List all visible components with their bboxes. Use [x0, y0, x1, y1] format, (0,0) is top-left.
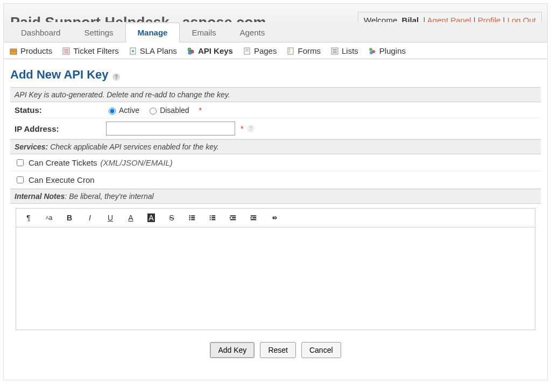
list-icon — [330, 47, 339, 55]
page-title: Add New API Key ? — [10, 68, 541, 82]
svg-rect-41 — [232, 217, 236, 218]
status-label: Status: — [15, 105, 106, 115]
svg-rect-14 — [288, 48, 293, 54]
svg-marker-47 — [250, 217, 252, 219]
key-icon — [187, 47, 195, 55]
svg-rect-29 — [191, 216, 195, 217]
svg-rect-35 — [211, 217, 215, 218]
status-active-option[interactable]: Active — [106, 106, 139, 115]
service-can-create: Can Create Tickets (XML/JSON/EMAIL) — [10, 154, 541, 172]
svg-rect-33 — [191, 219, 195, 220]
service-can-cron: Can Execute Cron — [10, 172, 541, 189]
font-icon[interactable]: Aa — [44, 213, 54, 223]
svg-rect-36 — [211, 219, 215, 220]
notes-editor: ¶ Aa B I U A A S — [16, 208, 535, 330]
box-icon — [9, 47, 18, 55]
editor-toolbar: ¶ Aa B I U A A S — [16, 209, 535, 227]
underline-icon[interactable]: U — [105, 213, 115, 223]
svg-rect-0 — [10, 49, 17, 54]
subnav-api-keys[interactable]: API Keys — [187, 46, 233, 55]
subnav-ticket-filters[interactable]: Ticket Filters — [62, 46, 118, 55]
tab-agents[interactable]: Agents — [228, 23, 277, 42]
cancel-button[interactable]: Cancel — [301, 342, 341, 358]
outdent-icon[interactable] — [228, 213, 238, 223]
svg-rect-44 — [251, 216, 257, 217]
svg-rect-46 — [251, 219, 257, 220]
notes-textarea[interactable] — [16, 227, 535, 330]
svg-rect-37 — [210, 216, 211, 217]
bold-icon[interactable]: B — [65, 213, 74, 223]
svg-rect-15 — [289, 49, 290, 50]
plugin-icon — [368, 47, 377, 55]
banner-autogen: API Key is auto-generated. Delete and re… — [10, 87, 541, 102]
ip-label: IP Address: — [15, 124, 106, 133]
required-marker: * — [241, 124, 243, 133]
svg-point-28 — [189, 215, 190, 216]
paragraph-icon[interactable]: ¶ — [24, 213, 33, 223]
subnav-sla-plans[interactable]: SLA Plans — [129, 46, 177, 55]
filter-icon — [62, 47, 70, 55]
ol-icon[interactable] — [208, 213, 217, 223]
svg-text:?: ? — [115, 74, 118, 80]
highlight-icon[interactable]: A — [146, 213, 156, 223]
row-ip: IP Address: * ? — [10, 118, 541, 139]
button-row: Add Key Reset Cancel — [10, 342, 541, 358]
subnav-pages[interactable]: Pages — [243, 46, 277, 55]
subnav-lists[interactable]: Lists — [330, 46, 358, 55]
strike-icon[interactable]: S — [167, 213, 176, 223]
tab-manage[interactable]: Manage — [125, 23, 180, 42]
subnav-plugins[interactable]: Plugins — [368, 46, 406, 55]
help-icon[interactable]: ? — [246, 124, 255, 133]
content: Add New API Key ? API Key is auto-genera… — [4, 59, 547, 364]
tab-settings[interactable]: Settings — [72, 23, 125, 42]
svg-rect-42 — [230, 219, 236, 220]
service-can-cron-checkbox[interactable] — [17, 176, 24, 183]
required-marker: * — [199, 106, 202, 115]
svg-rect-38 — [210, 217, 211, 218]
notes-header: Internal Notes: Be liberal, they're inte… — [10, 189, 541, 204]
reset-button[interactable]: Reset — [260, 342, 296, 358]
service-can-create-checkbox[interactable] — [17, 159, 24, 166]
subnav-products[interactable]: Products — [9, 46, 52, 55]
subnav: Products Ticket Filters SLA Plans API Ke… — [4, 42, 547, 59]
svg-rect-45 — [252, 217, 256, 218]
doc-icon — [129, 47, 137, 55]
status-disabled-option[interactable]: Disabled — [147, 106, 189, 115]
tab-emails[interactable]: Emails — [180, 23, 228, 42]
add-key-button[interactable]: Add Key — [210, 342, 255, 358]
svg-text:?: ? — [250, 126, 253, 132]
svg-rect-40 — [230, 216, 236, 217]
form-icon — [286, 47, 295, 55]
svg-rect-16 — [289, 51, 290, 52]
svg-point-21 — [369, 48, 372, 51]
svg-rect-34 — [211, 216, 215, 217]
page-icon — [243, 47, 251, 55]
textcolor-icon[interactable]: A — [126, 213, 136, 223]
status-active-radio[interactable] — [109, 108, 116, 115]
svg-point-7 — [132, 50, 134, 52]
svg-rect-31 — [191, 217, 195, 218]
status-disabled-radio[interactable] — [150, 108, 157, 115]
ip-input[interactable] — [106, 122, 235, 136]
italic-icon[interactable]: I — [85, 213, 95, 223]
subnav-forms[interactable]: Forms — [286, 46, 321, 55]
row-status: Status: Active Disabled * — [10, 102, 541, 118]
tab-dashboard[interactable]: Dashboard — [9, 23, 72, 42]
svg-point-23 — [370, 51, 373, 54]
help-icon[interactable]: ? — [112, 70, 121, 79]
ul-icon[interactable] — [187, 213, 197, 223]
svg-point-10 — [188, 51, 192, 54]
svg-point-32 — [189, 219, 190, 220]
services-header: Services: Check applicable API services … — [10, 139, 541, 154]
nav-tabs: Dashboard Settings Manage Emails Agents — [4, 22, 547, 42]
link-icon[interactable] — [269, 213, 279, 223]
indent-icon[interactable] — [249, 213, 258, 223]
svg-marker-43 — [230, 217, 231, 219]
svg-rect-39 — [210, 219, 211, 220]
svg-point-30 — [189, 217, 190, 218]
